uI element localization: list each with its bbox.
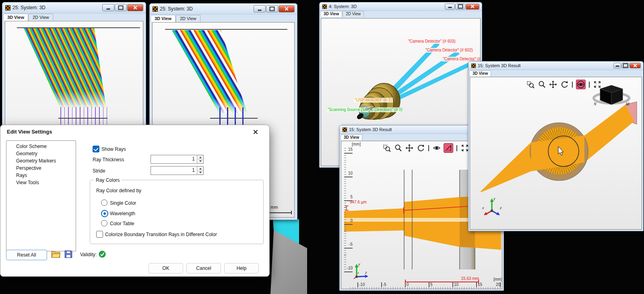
tab-3d-view[interactable]: 3D View [151, 15, 175, 22]
rotate-icon[interactable] [416, 144, 425, 152]
close-button[interactable] [466, 4, 479, 10]
radio-color-table[interactable] [101, 220, 107, 226]
y-tick-label: 15 [344, 147, 353, 152]
tab-2d-view[interactable]: 2D View [343, 11, 364, 17]
stride-input[interactable]: 1 [151, 166, 204, 175]
list-item-rays[interactable]: Rays [6, 172, 76, 179]
radio-color-table-label: Color Table [110, 221, 134, 226]
axes-glyph: y z x [349, 261, 369, 281]
ray-thickness-stepper[interactable] [197, 155, 203, 163]
ray-thickness-value: 1 [151, 155, 197, 163]
wavelength-ray-bundle [172, 30, 268, 113]
app-icon [153, 6, 158, 12]
list-item-geometry-markers[interactable]: Geometry Markers [6, 157, 76, 164]
fit-view-icon[interactable] [593, 80, 602, 89]
maximize-button[interactable] [621, 63, 629, 68]
colorize-boundary-checkbox[interactable] [96, 231, 103, 238]
maximize-button[interactable] [115, 4, 127, 11]
show-rays-label: Show Rays [101, 146, 126, 152]
y-tick-label: 10 [344, 171, 353, 175]
visibility-icon[interactable] [576, 80, 586, 89]
y-tick-label: 0 [344, 218, 353, 223]
tab-3d-view[interactable]: 3D View [320, 11, 342, 17]
axes-glyph: y x z [481, 196, 506, 216]
help-button[interactable]: Help [224, 263, 259, 273]
y-axis-minor-ticks [344, 148, 346, 273]
distance-measure-bar [405, 282, 479, 282]
pan-icon[interactable] [405, 144, 414, 152]
result-3d-canvas[interactable]: N M y [470, 77, 642, 230]
svg-text:y: y [358, 262, 360, 266]
rotate-icon[interactable] [560, 80, 569, 89]
colorize-boundary-label: Colorize Boundary Transition Rays in Dif… [105, 232, 217, 237]
measure-icon[interactable] [444, 143, 453, 153]
grating-surface-line [210, 118, 258, 119]
minimize-button[interactable] [613, 63, 621, 68]
window-title: 15: System 3D Result [478, 63, 520, 68]
svg-text:x: x [357, 271, 359, 275]
reset-all-button[interactable]: Reset All [6, 250, 47, 260]
zoom-icon[interactable] [394, 144, 402, 152]
tab-3d-view[interactable]: 3D View [341, 134, 362, 140]
maximize-button[interactable] [266, 5, 278, 12]
close-button[interactable] [630, 63, 641, 68]
app-icon [471, 64, 476, 68]
distance-measure-label: 15.63 mm [448, 276, 479, 281]
x-tick-label: -5 [383, 282, 386, 287]
tab-2d-view[interactable]: 2D View [29, 14, 53, 21]
ok-button[interactable]: OK [149, 263, 183, 273]
y-tick-label: 5 [344, 195, 353, 199]
visibility-icon[interactable] [432, 144, 441, 152]
minimize-button[interactable] [445, 4, 455, 10]
titlebar[interactable]: 25: System: 3D [150, 4, 297, 14]
label-camera-detector-603[interactable]: "Camera Detector" (# 603) [407, 39, 456, 44]
radio-wavelength[interactable] [101, 210, 108, 217]
grating-surface-line [58, 118, 107, 119]
close-icon[interactable] [252, 128, 260, 136]
tab-3d-view[interactable]: 3D View [469, 70, 491, 76]
titlebar[interactable]: 25: System: 3D [2, 2, 146, 13]
toolbar-separator [456, 145, 457, 151]
maximize-button[interactable] [455, 4, 465, 10]
show-rays-checkbox[interactable] [93, 146, 99, 152]
list-item-perspective[interactable]: Perspective [6, 164, 76, 172]
view-toolbar [526, 80, 602, 89]
stride-value: 1 [151, 167, 197, 175]
pan-icon[interactable] [549, 80, 557, 89]
label-camera-detector-602[interactable]: "Camera Detector" (# 602) [425, 48, 474, 53]
tab-2d-view[interactable]: 2D View [176, 15, 200, 22]
list-item-geometry[interactable]: Geometry [6, 150, 76, 157]
stride-stepper[interactable] [197, 167, 203, 175]
radio-single-color[interactable] [101, 199, 107, 206]
cancel-button[interactable]: Cancel [186, 263, 221, 273]
toolbar-separator [428, 145, 429, 151]
x-tick-label: 0 [407, 282, 409, 287]
svg-text:z: z [365, 271, 367, 275]
list-item-view-tools[interactable]: View Tools [6, 179, 76, 186]
save-settings-button[interactable] [64, 250, 74, 259]
toolbar-separator [572, 82, 573, 88]
ray-color-defined-by-label: Ray Color defined by [96, 188, 141, 193]
zoom-window-icon[interactable] [382, 144, 391, 152]
ray-thickness-input[interactable]: 1 [151, 155, 204, 164]
zoom-icon[interactable] [537, 80, 546, 89]
list-item-color-scheme[interactable]: Color Scheme [6, 143, 76, 150]
titlebar[interactable]: 4: System: 3D [320, 2, 482, 11]
source-plane-line [165, 29, 287, 30]
close-button[interactable] [279, 5, 295, 12]
ray-colors-group-title: Ray Colors [94, 177, 122, 183]
save-icon [64, 250, 73, 259]
label-usp-lens[interactable]: "USP 4436383" (# 1) [354, 98, 393, 103]
source-plane-line [17, 27, 140, 28]
close-button[interactable] [127, 4, 143, 11]
x-axis-unit: [mm] [493, 277, 502, 282]
minimize-button[interactable] [102, 4, 114, 11]
load-settings-button[interactable] [51, 250, 62, 259]
wavelength-ray-bundle [24, 28, 109, 109]
tab-3d-view[interactable]: 3D View [3, 14, 28, 21]
scale-bar-unit: mm [270, 205, 278, 210]
radio-wavelength-label: Wavelength [110, 211, 135, 216]
titlebar[interactable]: 15: System 3D Result [469, 62, 643, 70]
minimize-button[interactable] [254, 5, 266, 12]
zoom-window-icon[interactable] [526, 80, 535, 89]
